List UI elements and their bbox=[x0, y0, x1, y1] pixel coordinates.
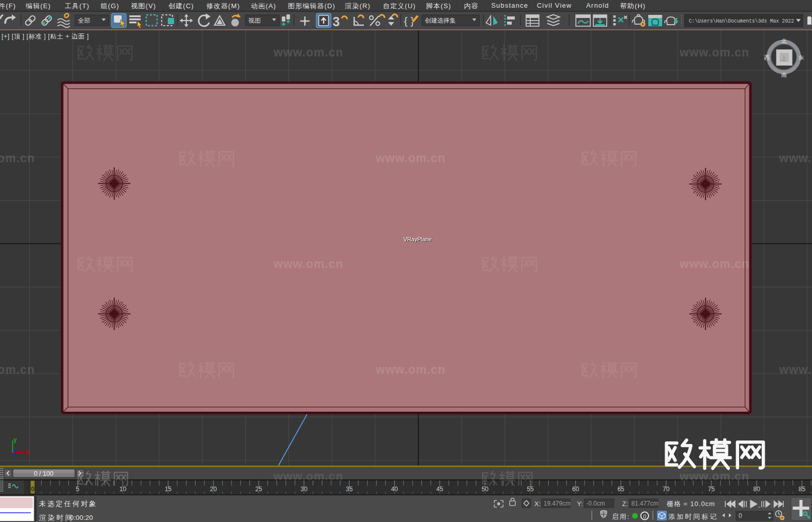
svg-text:www.om.cn: www.om.cn bbox=[273, 470, 343, 483]
svg-text:www.om.cn: www.om.cn bbox=[679, 470, 749, 483]
